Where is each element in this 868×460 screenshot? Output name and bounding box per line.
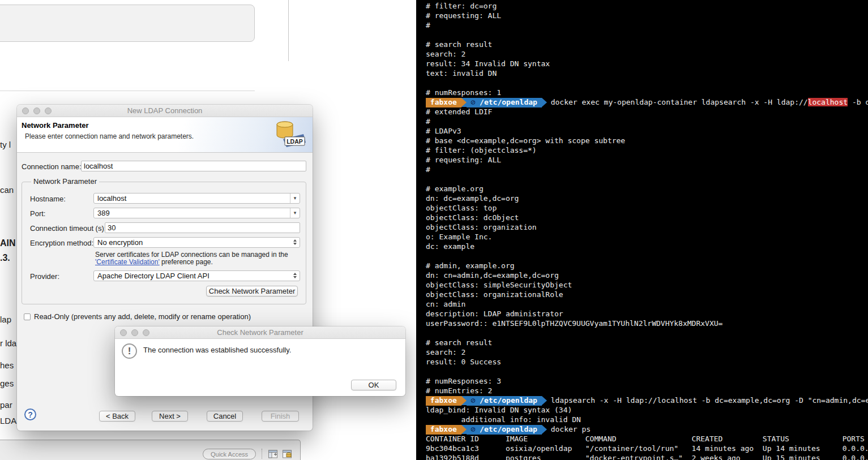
svg-text:LDAP: LDAP bbox=[287, 138, 303, 145]
highlighted-token: localhost bbox=[808, 98, 848, 106]
terminal-output-line bbox=[426, 252, 868, 261]
prompt-user-segment: fabxoe bbox=[426, 98, 461, 108]
dialog-title: New LDAP Connection bbox=[17, 106, 313, 115]
terminal-output-line: CONTAINER ID IMAGE COMMAND CREATED STATU… bbox=[426, 435, 868, 444]
powerline-arrow-icon bbox=[461, 98, 467, 107]
terminal-output-line: # numEntries: 2 bbox=[426, 386, 868, 396]
ldap-perspective-icon[interactable] bbox=[282, 449, 292, 459]
timeout-label: Connection timeout (s): bbox=[30, 224, 106, 233]
terminal-output-line: # search result bbox=[426, 40, 868, 50]
eclipse-collapsed-pane bbox=[0, 5, 255, 42]
terminal-command: ldapsearch -x -H ldap://localhost -b dc=… bbox=[547, 396, 868, 405]
chevron-down-icon: ▾ bbox=[290, 194, 300, 203]
port-combo[interactable]: 389 ▾ bbox=[93, 208, 300, 218]
background-text-fragment: lap bbox=[0, 315, 11, 324]
terminal-output-line: # numResponses: 1 bbox=[426, 88, 868, 98]
background-text-fragment: .3. bbox=[0, 253, 10, 263]
cancel-button[interactable]: Cancel bbox=[207, 411, 243, 422]
port-label: Port: bbox=[30, 209, 45, 218]
ldap-database-icon: LDAP bbox=[272, 119, 306, 151]
terminal-output-line: additional info: invalid DN bbox=[426, 415, 868, 425]
ok-button[interactable]: OK bbox=[351, 380, 396, 390]
background-text-fragment: ges bbox=[0, 379, 14, 388]
terminal-output-line: # extended LDIF bbox=[426, 108, 868, 117]
terminal-output-line: dn: dc=example,dc=org bbox=[426, 194, 868, 204]
terminal-output-line: # requesting: ALL bbox=[426, 11, 868, 21]
editor-divider bbox=[288, 0, 289, 61]
terminal-output-line: # filter: dc=org bbox=[426, 2, 868, 11]
prompt-user-segment: fabxoe bbox=[426, 425, 461, 435]
quick-access-button[interactable]: Quick Access bbox=[203, 449, 256, 459]
terminal-output-line: objectClass: simpleSecurityObject bbox=[426, 281, 868, 290]
powerline-arrow-icon bbox=[461, 425, 467, 434]
encryption-method-label: Encryption method: bbox=[30, 239, 93, 247]
terminal-output-line: cn: admin bbox=[426, 300, 868, 309]
certificate-note-line1: Server certificates for LDAP connections… bbox=[95, 251, 288, 259]
powerline-arrow-icon bbox=[542, 396, 547, 405]
finish-button: Finish bbox=[262, 411, 299, 422]
pane-divider bbox=[0, 91, 255, 91]
stepper-icons bbox=[293, 273, 297, 278]
terminal-output-line: # admin, example.org bbox=[426, 261, 868, 271]
connection-name-input[interactable] bbox=[81, 161, 306, 171]
terminal-output-line: # requesting: ALL bbox=[426, 156, 868, 165]
dialog-titlebar[interactable]: Check Network Parameter bbox=[115, 326, 405, 339]
background-text-fragment: r lda bbox=[0, 338, 16, 348]
check-network-parameter-button[interactable]: Check Network Parameter bbox=[206, 286, 298, 296]
prompt-status-icon: ⊘ bbox=[467, 396, 480, 405]
terminal-output-line: o: Example Inc. bbox=[426, 233, 868, 242]
terminal-output-line: search: 2 bbox=[426, 348, 868, 358]
prompt-status-icon: ⊘ bbox=[467, 98, 480, 106]
terminal-prompt-line: fabxoe ⊘ /etc/openldap docker ps bbox=[426, 425, 868, 435]
help-button[interactable]: ? bbox=[24, 409, 36, 420]
hostname-combo[interactable]: localhost ▾ bbox=[93, 193, 300, 204]
prompt-path-segment: ⊘ /etc/openldap bbox=[467, 396, 542, 406]
certificate-note-line2: 'Certificate Validation' preference page… bbox=[95, 258, 213, 266]
powerline-arrow-icon bbox=[542, 98, 547, 107]
terminal-output-line: # base <dc=example,dc=org> with scope su… bbox=[426, 136, 868, 146]
terminal-output-line: # bbox=[426, 21, 868, 31]
terminal-output-line: objectClass: organizationalRole bbox=[426, 290, 868, 300]
terminal-output: # filter: dc=org# requesting: ALL# # sea… bbox=[426, 2, 868, 460]
terminal-output-line: objectClass: dcObject bbox=[426, 213, 868, 223]
provider-select[interactable]: Apache Directory LDAP Client API bbox=[93, 270, 300, 281]
terminal-output-line: # bbox=[426, 117, 868, 127]
certificate-validation-link[interactable]: 'Certificate Validation' bbox=[95, 258, 160, 266]
terminal-output-line: ldap_bind: Invalid DN syntax (34) bbox=[426, 406, 868, 415]
wizard-header: Network Parameter Please enter connectio… bbox=[17, 117, 313, 153]
terminal-output-line: # example.org bbox=[426, 184, 868, 194]
terminal-output-line: dn: cn=admin,dc=example,dc=org bbox=[426, 271, 868, 281]
encryption-method-select[interactable]: No encryption bbox=[93, 237, 300, 248]
open-perspective-icon[interactable] bbox=[268, 449, 278, 459]
terminal-output-line bbox=[426, 367, 868, 377]
terminal-output-line: objectClass: organization bbox=[426, 223, 868, 233]
powerline-arrow-icon bbox=[461, 396, 467, 405]
wizard-step-title: Network Parameter bbox=[22, 121, 89, 130]
read-only-checkbox[interactable] bbox=[24, 313, 31, 320]
terminal-output-line bbox=[426, 175, 868, 184]
terminal-output-line: # numResponses: 3 bbox=[426, 377, 868, 386]
terminal-prompt-line: fabxoe ⊘ /etc/openldap docker exec my-op… bbox=[426, 98, 868, 108]
terminal-output-line: # bbox=[426, 165, 868, 175]
prompt-path-segment: ⊘ /etc/openldap bbox=[467, 425, 542, 435]
prompt-status-icon: ⊘ bbox=[467, 425, 480, 433]
stepper-icons bbox=[293, 239, 297, 245]
wizard-step-subtitle: Please enter connection name and network… bbox=[25, 132, 194, 140]
prompt-path-segment: ⊘ /etc/openldap bbox=[467, 98, 542, 108]
timeout-input[interactable] bbox=[105, 222, 300, 233]
read-only-label: Read-Only (prevents any add, delete, mod… bbox=[34, 312, 251, 321]
terminal-output-line: # filter: (objectclass=*) bbox=[426, 146, 868, 156]
dialog-titlebar[interactable]: New LDAP Connection bbox=[17, 105, 313, 117]
connection-success-message: The connection was established successfu… bbox=[143, 346, 291, 354]
background-text-fragment: AIN bbox=[0, 238, 16, 248]
terminal-output-line: # search result bbox=[426, 338, 868, 348]
terminal-output-line: result: 34 Invalid DN syntax bbox=[426, 59, 868, 69]
terminal-output-line bbox=[426, 329, 868, 338]
terminal-output-line: dc: example bbox=[426, 242, 868, 252]
toolbar-separator bbox=[262, 449, 262, 459]
next-button[interactable]: Next > bbox=[152, 411, 188, 422]
background-text-fragment: ty l bbox=[0, 140, 11, 149]
back-button[interactable]: < Back bbox=[99, 411, 135, 422]
check-network-parameter-dialog: Check Network Parameter ! The connection… bbox=[115, 326, 405, 396]
terminal-window[interactable]: # filter: dc=org# requesting: ALL# # sea… bbox=[416, 0, 868, 460]
